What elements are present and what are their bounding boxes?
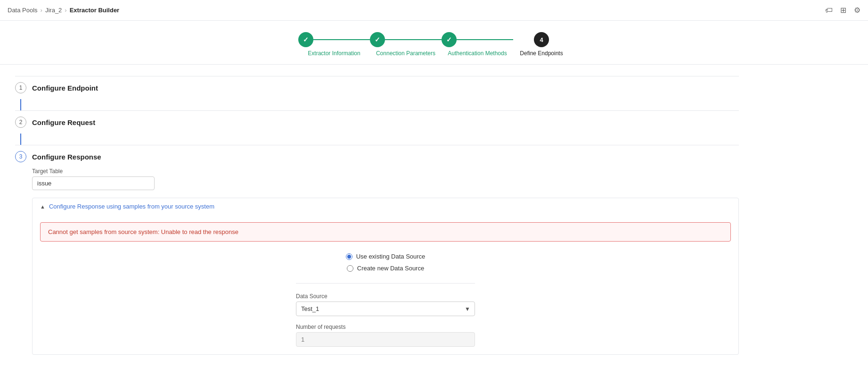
collapsible-body: Cannot get samples from source system: U…: [33, 215, 738, 354]
step-2[interactable]: ✓ Connection Parameters: [370, 32, 442, 57]
breadcrumb-sep2: ›: [65, 7, 66, 14]
target-table-field: Target Table: [32, 168, 739, 190]
section-1-number: 1: [15, 82, 26, 93]
step-3-check: ✓: [446, 36, 452, 43]
radio-group: Use existing Data Source Create new Data…: [40, 253, 731, 272]
breadcrumb-data-pools[interactable]: Data Pools: [8, 7, 38, 14]
section-3-number: 3: [15, 151, 26, 162]
error-box: Cannot get samples from source system: U…: [40, 222, 731, 242]
collapse-icon: ▲: [40, 204, 45, 209]
section-2-number: 2: [15, 117, 26, 128]
top-bar-icons: 🏷 ⊞ ⚙: [825, 6, 860, 15]
data-source-label: Data Source: [296, 293, 475, 300]
step-2-check: ✓: [375, 36, 380, 43]
settings-icon[interactable]: ⚙: [854, 6, 860, 15]
tag-icon[interactable]: 🏷: [825, 6, 833, 15]
collapsible-header[interactable]: ▲ Configure Response using samples from …: [33, 198, 738, 215]
number-of-requests-input[interactable]: [296, 332, 475, 347]
grid-icon[interactable]: ⊞: [840, 6, 846, 15]
step-line-2: [385, 39, 442, 40]
section-1-title: Configure Endpoint: [32, 84, 98, 92]
collapsible-panel: ▲ Configure Response using samples from …: [32, 198, 739, 355]
step-1-check: ✓: [303, 36, 309, 43]
number-of-requests-label: Number of requests: [296, 324, 475, 330]
step-4-number: 4: [540, 36, 543, 43]
target-table-label: Target Table: [32, 168, 739, 175]
step-1-label: Extractor Information: [308, 50, 360, 57]
section-2-header[interactable]: 2 Configure Request: [15, 110, 739, 134]
section-2-divider: [20, 134, 21, 145]
step-4[interactable]: 4 Define Endpoints: [513, 32, 570, 57]
section-2-title: Configure Request: [32, 118, 95, 126]
radio-create-new[interactable]: Create new Data Source: [347, 265, 424, 272]
radio-create-new-input[interactable]: [347, 265, 353, 272]
step-3[interactable]: ✓ Authentication Methods: [442, 32, 513, 57]
step-4-circle: 4: [534, 32, 549, 47]
step-1[interactable]: ✓ Extractor Information: [298, 32, 370, 57]
target-table-input[interactable]: [32, 176, 155, 190]
top-bar: Data Pools › Jira_2 › Extractor Builder …: [0, 0, 868, 21]
section-3-title: Configure Response: [32, 153, 101, 161]
data-source-divider: [296, 283, 475, 284]
stepper: ✓ Extractor Information ✓ Connection Par…: [0, 21, 868, 65]
step-4-label: Define Endpoints: [520, 50, 563, 57]
radio-create-new-label: Create new Data Source: [357, 265, 424, 272]
breadcrumb-current: Extractor Builder: [70, 7, 119, 14]
radio-use-existing-label: Use existing Data Source: [356, 253, 426, 260]
step-group: ✓ Extractor Information ✓ Connection Par…: [298, 32, 570, 57]
step-1-circle: ✓: [298, 32, 313, 47]
step-3-circle: ✓: [442, 32, 457, 47]
configure-response-body: Target Table ▲ Configure Response using …: [15, 168, 739, 355]
data-source-section: Data Source Test_1 Test_2 ▼ Number of re…: [40, 293, 731, 347]
step-line-3: [457, 39, 513, 40]
radio-use-existing[interactable]: Use existing Data Source: [346, 253, 426, 260]
section-1-header[interactable]: 1 Configure Endpoint: [15, 76, 739, 99]
step-3-label: Authentication Methods: [448, 50, 507, 57]
radio-use-existing-input[interactable]: [346, 253, 352, 260]
step-line-1: [313, 39, 370, 40]
number-of-requests-field: Number of requests: [296, 324, 475, 347]
section-1-divider: [20, 99, 21, 110]
step-2-label: Connection Parameters: [376, 50, 435, 57]
error-message: Cannot get samples from source system: U…: [48, 228, 238, 235]
main-content: 1 Configure Endpoint 2 Configure Request…: [0, 65, 754, 366]
breadcrumb-sep1: ›: [41, 7, 42, 14]
step-2-circle: ✓: [370, 32, 385, 47]
breadcrumb-jira2[interactable]: Jira_2: [45, 7, 62, 14]
data-source-field: Data Source Test_1 Test_2 ▼: [296, 293, 475, 316]
data-source-select-wrapper: Test_1 Test_2 ▼: [296, 301, 475, 316]
collapsible-label: Configure Response using samples from yo…: [49, 203, 214, 210]
breadcrumb: Data Pools › Jira_2 › Extractor Builder: [8, 7, 119, 14]
section-3-header[interactable]: 3 Configure Response: [15, 145, 739, 168]
data-source-select[interactable]: Test_1 Test_2: [296, 301, 475, 316]
